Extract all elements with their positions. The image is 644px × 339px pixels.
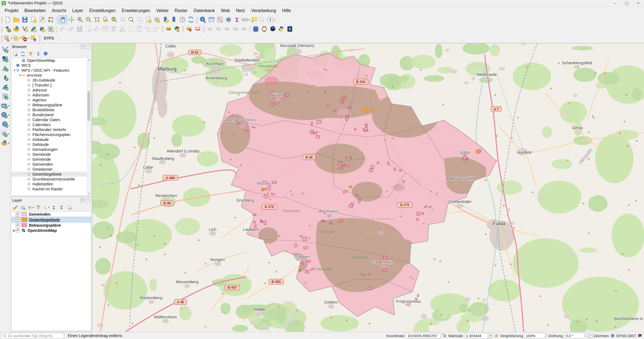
browser-item--transfer-[interactable]: [ Transfer ] <box>12 83 91 88</box>
browser-item-gewaesser[interactable]: Gewaesser <box>12 167 91 172</box>
show-spatial-bookmarks-icon[interactable] <box>170 16 178 24</box>
show-statistics-icon[interactable] <box>233 16 241 24</box>
filter-legend-icon[interactable] <box>35 204 42 211</box>
map-tips-icon[interactable] <box>250 16 258 24</box>
new-shapefile-layer-icon[interactable] <box>21 25 29 33</box>
open-attribute-table-icon[interactable] <box>207 16 216 24</box>
crs-globe-icon[interactable] <box>610 333 615 338</box>
add-wms-layer-icon[interactable]: ▾ <box>1 111 10 119</box>
style-manager-icon[interactable] <box>46 16 55 24</box>
menu-netz[interactable]: Netz <box>233 7 248 14</box>
layer-visibility-checkbox[interactable]: ✓ <box>16 218 20 222</box>
map-canvas[interactable]: MarburgFuldaCölbeNeustadt (Hessen)Stadta… <box>92 43 644 332</box>
browser-item-gemeinden[interactable]: Gemeinden <box>12 162 91 167</box>
new-3d-map-view-icon[interactable] <box>153 16 161 24</box>
minimize-button[interactable]: – <box>609 0 621 6</box>
temporal-controller-icon[interactable] <box>178 16 187 24</box>
browser-float-button[interactable]: ⧉ <box>80 45 85 49</box>
expand-arrow-icon[interactable]: ▼ <box>19 74 21 77</box>
add-hana-layer-icon[interactable]: ▾ <box>1 139 10 147</box>
expand-arrow-icon[interactable]: ▶ <box>13 229 16 232</box>
remove-layer-icon[interactable] <box>65 204 73 211</box>
browser-item-bundesland[interactable]: Bundesland <box>12 112 91 117</box>
layer-visibility-checkbox[interactable]: ✓ <box>16 212 20 216</box>
text-annotation-icon[interactable]: ▾ <box>267 16 275 24</box>
browser-item-gemeinde[interactable]: Gemeinde <box>12 157 91 162</box>
maximize-button[interactable]: ▢ <box>621 0 632 6</box>
menu-projekt[interactable]: Projekt <box>2 7 21 14</box>
browser-item-adresse[interactable]: Adresse <box>12 88 91 93</box>
collapse-all-layers-icon[interactable] <box>58 204 65 211</box>
toolbar-grip[interactable] <box>1 16 3 23</box>
filter-by-expression-icon[interactable]: ▾ <box>42 204 49 211</box>
toolbar-grip[interactable] <box>38 35 41 41</box>
browser-item-calendars[interactable]: Calendars <box>12 122 91 127</box>
manage-map-themes-icon[interactable]: ▾ <box>27 204 34 211</box>
new-virtual-layer-icon[interactable] <box>46 25 55 33</box>
menu-datenbank[interactable]: Datenbank <box>190 7 218 14</box>
browser-item-3d-gebäude[interactable]: 3D-Gebäude <box>12 78 91 83</box>
add-raster-layer-icon[interactable] <box>1 55 10 63</box>
scale-combo[interactable]: 1:303444▼ <box>464 333 493 338</box>
toolbar-grip[interactable] <box>248 26 251 32</box>
zoom-in-icon[interactable] <box>76 16 84 24</box>
select-features-by-value-icon[interactable]: ▾ <box>12 34 21 42</box>
coordinate-field[interactable]: 1015005,6592257 <box>406 333 441 338</box>
gtfs-plugin-button[interactable]: GTFS <box>41 35 56 41</box>
menu-hilfe[interactable]: Hilfe <box>279 7 294 14</box>
save-project-icon[interactable] <box>21 16 29 24</box>
render-checkbox[interactable]: ✓ Zeichnen <box>588 334 609 338</box>
add-db2-layer-icon[interactable]: ▾ <box>1 101 10 110</box>
menu-ansicht[interactable]: Ansicht <box>49 7 69 14</box>
refresh-map-icon[interactable] <box>187 16 195 24</box>
magnifier-spinbox[interactable]: 100%▲▼ <box>524 333 547 338</box>
browser-item-gemeinde[interactable]: Gemeinde <box>12 152 91 157</box>
menu-layer[interactable]: Layer <box>69 7 86 14</box>
browser-item-kachel-im-raster[interactable]: Kachel im Raster <box>12 187 91 191</box>
browser-item-bruttoblöcke[interactable]: Bruttoblöcke <box>12 107 91 112</box>
new-project-icon[interactable] <box>4 16 12 24</box>
menu-web[interactable]: Web <box>218 7 233 14</box>
show-properties-widget-icon[interactable] <box>42 51 49 57</box>
extents-pointer-icon[interactable] <box>442 333 447 338</box>
pan-map-icon[interactable] <box>58 15 67 24</box>
menu-bearbeiten[interactable]: Bearbeiten <box>21 7 49 14</box>
browser-item-gewerbegebiete[interactable]: Gewerbegebiete <box>12 172 91 177</box>
select-features-icon[interactable]: ▾ <box>4 34 12 42</box>
add-mesh-layer-icon[interactable] <box>1 64 10 73</box>
toolbar-grip[interactable] <box>182 26 184 32</box>
browser-close-button[interactable]: × <box>86 45 90 49</box>
browser-item-wcs[interactable]: WCS <box>12 63 91 68</box>
new-map-view-icon[interactable] <box>144 16 153 24</box>
browser-scrollbar[interactable]: ▲ ▼ <box>87 58 91 195</box>
new-print-layout-icon[interactable] <box>29 16 38 24</box>
python-console-icon[interactable] <box>277 25 286 33</box>
show-unplaced-labels-icon[interactable] <box>193 25 202 33</box>
zoom-to-selection-icon[interactable] <box>110 16 118 24</box>
statistical-summary-icon[interactable] <box>216 16 224 24</box>
browser-item-flächennutzungsplan[interactable]: Flächennutzungsplan <box>12 132 91 137</box>
toolbar-grip[interactable] <box>161 26 164 32</box>
db-manager-icon[interactable] <box>251 25 260 33</box>
add-spatialite-layer-icon[interactable] <box>1 83 10 91</box>
toolbar-grip[interactable] <box>1 35 3 41</box>
layer-item-openstreetmap[interactable]: ▶✓OpenStreetMap <box>12 228 91 233</box>
layer-item-gemeinden[interactable]: ✓Gemeinden <box>12 212 91 217</box>
add-virtual-layer-icon[interactable] <box>1 92 10 101</box>
add-wcs-layer-icon[interactable] <box>1 120 10 129</box>
collapse-all-icon[interactable] <box>35 51 42 57</box>
layer-diagram-options-icon[interactable] <box>173 25 181 33</box>
menu-vektor[interactable]: Vektor <box>153 7 172 14</box>
browser-item-gemarkungen[interactable]: Gemarkungen <box>12 147 91 152</box>
zoom-last-icon[interactable] <box>127 16 136 24</box>
zoom-out-icon[interactable] <box>84 16 93 24</box>
locator-search-input[interactable]: Zu suchender Typ (Strg+K) <box>1 333 64 339</box>
browser-item-bebauungspläne[interactable]: Bebauungspläne <box>12 102 91 107</box>
browser-item-adressen[interactable]: Adressen <box>12 93 91 98</box>
open-data-source-manager-icon[interactable] <box>4 25 12 33</box>
messages-icon[interactable] <box>637 333 642 338</box>
deselect-features-icon[interactable]: ▾ <box>21 34 29 42</box>
toolbar-grip[interactable] <box>202 26 205 32</box>
pin-labels-icon[interactable] <box>185 25 193 33</box>
browser-item-envvisio[interactable]: ▼envVisio <box>12 73 91 78</box>
